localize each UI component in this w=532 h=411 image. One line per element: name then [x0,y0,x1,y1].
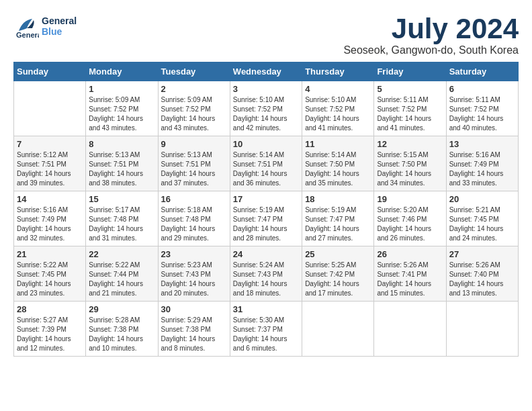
calendar-cell: 26Sunrise: 5:26 AM Sunset: 7:41 PM Dayli… [374,246,446,302]
day-info: Sunrise: 5:20 AM Sunset: 7:46 PM Dayligh… [377,205,443,243]
logo-icon: General [13,13,39,39]
day-number: 28 [17,304,83,314]
day-info: Sunrise: 5:22 AM Sunset: 7:44 PM Dayligh… [89,261,154,298]
calendar-week-row: 14Sunrise: 5:16 AM Sunset: 7:49 PM Dayli… [14,191,519,246]
calendar-cell: 10Sunrise: 5:14 AM Sunset: 7:51 PM Dayli… [230,136,302,191]
day-info: Sunrise: 5:19 AM Sunset: 7:47 PM Dayligh… [233,205,299,243]
calendar-cell: 30Sunrise: 5:29 AM Sunset: 7:38 PM Dayli… [158,302,230,357]
day-number: 30 [161,304,227,314]
day-number: 22 [89,249,154,259]
day-number: 16 [161,194,227,204]
day-number: 25 [305,249,371,259]
day-info: Sunrise: 5:29 AM Sunset: 7:38 PM Dayligh… [161,316,227,353]
day-info: Sunrise: 5:24 AM Sunset: 7:43 PM Dayligh… [233,261,299,298]
calendar-cell: 4Sunrise: 5:10 AM Sunset: 7:52 PM Daylig… [302,81,374,136]
calendar-cell: 8Sunrise: 5:13 AM Sunset: 7:51 PM Daylig… [86,136,158,191]
day-number: 12 [377,139,443,149]
day-info: Sunrise: 5:26 AM Sunset: 7:41 PM Dayligh… [377,261,443,298]
day-info: Sunrise: 5:09 AM Sunset: 7:52 PM Dayligh… [89,95,154,133]
day-info: Sunrise: 5:10 AM Sunset: 7:52 PM Dayligh… [305,95,371,133]
day-number: 15 [89,194,154,204]
day-info: Sunrise: 5:17 AM Sunset: 7:48 PM Dayligh… [89,205,154,243]
calendar-cell: 24Sunrise: 5:24 AM Sunset: 7:43 PM Dayli… [230,246,302,302]
calendar-cell [14,81,86,136]
day-info: Sunrise: 5:12 AM Sunset: 7:51 PM Dayligh… [17,150,83,188]
column-header-saturday: Saturday [446,62,518,81]
location-subtitle: Seoseok, Gangwon-do, South Korea [343,44,519,56]
calendar-cell: 19Sunrise: 5:20 AM Sunset: 7:46 PM Dayli… [374,191,446,246]
day-number: 19 [377,194,443,204]
day-number: 1 [89,84,154,94]
day-number: 13 [449,139,515,149]
calendar-cell: 27Sunrise: 5:26 AM Sunset: 7:40 PM Dayli… [446,246,518,302]
column-header-friday: Friday [374,62,446,81]
calendar-cell: 21Sunrise: 5:22 AM Sunset: 7:45 PM Dayli… [14,246,86,302]
column-header-thursday: Thursday [302,62,374,81]
day-number: 5 [377,84,443,94]
day-number: 6 [449,84,515,94]
day-info: Sunrise: 5:14 AM Sunset: 7:51 PM Dayligh… [233,150,299,188]
day-info: Sunrise: 5:28 AM Sunset: 7:38 PM Dayligh… [89,316,154,353]
calendar-cell: 17Sunrise: 5:19 AM Sunset: 7:47 PM Dayli… [230,191,302,246]
day-number: 31 [233,304,299,314]
calendar-week-row: 1Sunrise: 5:09 AM Sunset: 7:52 PM Daylig… [14,81,519,136]
day-number: 18 [305,194,371,204]
calendar-cell: 3Sunrise: 5:10 AM Sunset: 7:52 PM Daylig… [230,81,302,136]
calendar-cell: 18Sunrise: 5:19 AM Sunset: 7:47 PM Dayli… [302,191,374,246]
calendar-table: SundayMondayTuesdayWednesdayThursdayFrid… [13,62,519,357]
calendar-cell: 9Sunrise: 5:13 AM Sunset: 7:51 PM Daylig… [158,136,230,191]
day-info: Sunrise: 5:16 AM Sunset: 7:49 PM Dayligh… [17,205,83,243]
logo-text-block: General Blue [42,15,77,37]
title-block: July 2024 Seoseok, Gangwon-do, South Kor… [343,13,519,56]
day-info: Sunrise: 5:25 AM Sunset: 7:42 PM Dayligh… [305,261,371,298]
day-info: Sunrise: 5:26 AM Sunset: 7:40 PM Dayligh… [449,261,515,298]
calendar-cell: 25Sunrise: 5:25 AM Sunset: 7:42 PM Dayli… [302,246,374,302]
day-info: Sunrise: 5:21 AM Sunset: 7:45 PM Dayligh… [449,205,515,243]
day-info: Sunrise: 5:16 AM Sunset: 7:49 PM Dayligh… [449,150,515,188]
calendar-cell [302,302,374,357]
column-header-sunday: Sunday [14,62,86,81]
day-info: Sunrise: 5:10 AM Sunset: 7:52 PM Dayligh… [233,95,299,133]
day-number: 20 [449,194,515,204]
page-header: General General Blue July 2024 Seoseok, … [13,13,519,56]
day-info: Sunrise: 5:22 AM Sunset: 7:45 PM Dayligh… [17,261,83,298]
day-number: 17 [233,194,299,204]
day-number: 11 [305,139,371,149]
day-number: 4 [305,84,371,94]
calendar-cell: 2Sunrise: 5:09 AM Sunset: 7:52 PM Daylig… [158,81,230,136]
calendar-cell: 1Sunrise: 5:09 AM Sunset: 7:52 PM Daylig… [86,81,158,136]
logo-blue: Blue [42,26,62,37]
calendar-cell: 12Sunrise: 5:15 AM Sunset: 7:50 PM Dayli… [374,136,446,191]
day-number: 7 [17,139,83,149]
day-number: 24 [233,249,299,259]
calendar-cell [446,302,518,357]
calendar-cell: 28Sunrise: 5:27 AM Sunset: 7:39 PM Dayli… [14,302,86,357]
calendar-cell: 11Sunrise: 5:14 AM Sunset: 7:50 PM Dayli… [302,136,374,191]
calendar-cell: 14Sunrise: 5:16 AM Sunset: 7:49 PM Dayli… [14,191,86,246]
day-number: 27 [449,249,515,259]
day-info: Sunrise: 5:30 AM Sunset: 7:37 PM Dayligh… [233,316,299,353]
calendar-cell: 31Sunrise: 5:30 AM Sunset: 7:37 PM Dayli… [230,302,302,357]
day-number: 9 [161,139,227,149]
logo-general: General [42,15,77,26]
day-info: Sunrise: 5:18 AM Sunset: 7:48 PM Dayligh… [161,205,227,243]
calendar-cell: 15Sunrise: 5:17 AM Sunset: 7:48 PM Dayli… [86,191,158,246]
day-number: 29 [89,304,154,314]
calendar-header-row: SundayMondayTuesdayWednesdayThursdayFrid… [14,62,519,81]
day-number: 21 [17,249,83,259]
calendar-cell: 16Sunrise: 5:18 AM Sunset: 7:48 PM Dayli… [158,191,230,246]
day-number: 10 [233,139,299,149]
day-info: Sunrise: 5:15 AM Sunset: 7:50 PM Dayligh… [377,150,443,188]
calendar-cell: 23Sunrise: 5:23 AM Sunset: 7:43 PM Dayli… [158,246,230,302]
calendar-cell: 13Sunrise: 5:16 AM Sunset: 7:49 PM Dayli… [446,136,518,191]
column-header-monday: Monday [86,62,158,81]
day-number: 23 [161,249,227,259]
day-info: Sunrise: 5:11 AM Sunset: 7:52 PM Dayligh… [449,95,515,133]
logo: General General Blue [13,13,77,39]
day-number: 8 [89,139,154,149]
calendar-cell: 22Sunrise: 5:22 AM Sunset: 7:44 PM Dayli… [86,246,158,302]
day-number: 14 [17,194,83,204]
calendar-cell [374,302,446,357]
day-number: 26 [377,249,443,259]
day-number: 2 [161,84,227,94]
